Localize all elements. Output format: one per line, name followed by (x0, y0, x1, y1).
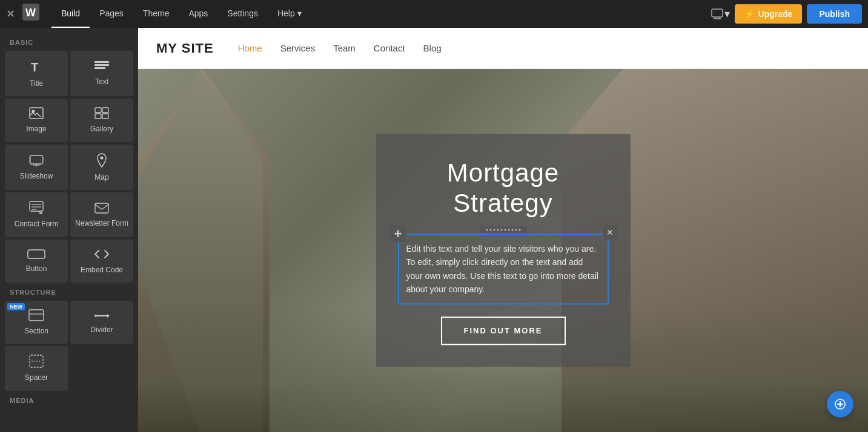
svg-rect-17 (29, 157, 31, 163)
nav-theme[interactable]: Theme (133, 0, 179, 28)
sidebar-structure-grid: NEW Section Divide (5, 301, 133, 391)
contact-form-icon (29, 201, 44, 216)
sidebar-item-button-label: Button (26, 264, 47, 273)
svg-text:W: W (25, 7, 36, 19)
site-nav-services[interactable]: Services (280, 43, 316, 53)
svg-rect-27 (95, 203, 108, 213)
top-navigation: ✕ W Build Pages Theme Apps Settings Help… (0, 0, 868, 28)
canvas: MY SITE Home Services Team Contact Blog (138, 28, 868, 432)
nav-settings[interactable]: Settings (217, 0, 268, 28)
site-nav-links: Home Services Team Contact Blog (238, 43, 442, 53)
site-nav-blog[interactable]: Blog (423, 43, 442, 53)
svg-rect-7 (94, 61, 109, 63)
svg-rect-13 (102, 108, 108, 113)
sidebar-item-title[interactable]: T Title (5, 51, 68, 96)
site-navigation: MY SITE Home Services Team Contact Blog (138, 28, 868, 69)
divider-icon (94, 310, 110, 322)
hero-title: Mortgage Strategy (398, 158, 609, 219)
spacer-icon (29, 355, 44, 370)
sidebar-item-image[interactable]: Image (5, 99, 68, 142)
svg-point-20 (36, 164, 38, 166)
hero-text-content[interactable]: Edit this text and tell your site visito… (406, 242, 600, 296)
svg-point-19 (33, 164, 35, 166)
text-icon (94, 61, 109, 74)
sidebar-section-media: MEDIA (5, 393, 133, 409)
sidebar-item-spacer-label: Spacer (25, 373, 48, 382)
lightning-icon: ⚡ (744, 9, 755, 19)
sidebar-item-newsletter-form-label: Newsletter Form (75, 219, 128, 227)
site-nav-contact[interactable]: Contact (374, 43, 405, 53)
move-handle[interactable] (389, 225, 406, 242)
sidebar-item-map-label: Map (94, 173, 108, 182)
sidebar: BASIC T Title (0, 28, 138, 432)
sidebar-item-embed-code-label: Embed Code (81, 266, 123, 274)
sidebar-item-spacer[interactable]: Spacer (5, 346, 68, 390)
sidebar-item-contact-form-label: Contact Form (15, 220, 59, 228)
svg-point-22 (101, 156, 104, 159)
sidebar-item-section[interactable]: NEW Section (5, 301, 68, 344)
close-handle[interactable]: ✕ (603, 225, 617, 240)
svg-rect-18 (42, 157, 44, 163)
upgrade-button[interactable]: ⚡ Upgrade (735, 4, 803, 24)
site-nav-home[interactable]: Home (238, 43, 262, 53)
sidebar-item-button[interactable]: Button (5, 240, 68, 283)
content-box: Mortgage Strategy (376, 134, 631, 367)
cta-button[interactable]: FIND OUT MORE (441, 317, 566, 345)
nav-build[interactable]: Build (51, 0, 90, 28)
hero-section: Mortgage Strategy (138, 69, 868, 432)
sidebar-item-image-label: Image (26, 125, 46, 133)
title-icon: T (29, 59, 44, 76)
site-preview: MY SITE Home Services Team Contact Blog (138, 28, 868, 432)
svg-point-21 (38, 164, 40, 166)
site-logo: MY SITE (156, 41, 214, 56)
new-badge: NEW (7, 303, 25, 310)
svg-rect-12 (95, 108, 101, 113)
nav-apps[interactable]: Apps (179, 0, 217, 28)
svg-rect-15 (102, 114, 108, 119)
svg-rect-8 (94, 64, 109, 66)
sidebar-item-section-label: Section (24, 327, 48, 335)
svg-rect-23 (30, 201, 43, 211)
top-right-actions: ▾ ⚡ Upgrade Publish (711, 4, 862, 24)
fab-button[interactable] (827, 391, 853, 417)
sidebar-item-gallery[interactable]: Gallery (70, 99, 133, 142)
device-preview-icon[interactable]: ▾ (711, 7, 730, 21)
sidebar-item-embed-code[interactable]: Embed Code (70, 240, 133, 283)
svg-rect-9 (94, 67, 105, 69)
newsletter-form-icon (94, 201, 109, 215)
sidebar-item-slideshow-label: Slideshow (20, 172, 53, 180)
publish-button[interactable]: Publish (807, 4, 862, 24)
section-icon (28, 309, 44, 323)
drag-handle[interactable] (480, 226, 526, 233)
sidebar-item-contact-form[interactable]: Contact Form (5, 192, 68, 237)
nav-help[interactable]: Help ▾ (268, 0, 311, 28)
main-layout: BASIC T Title (0, 28, 868, 432)
builder-nav: Build Pages Theme Apps Settings Help ▾ (51, 0, 711, 28)
map-icon (96, 153, 108, 169)
sidebar-item-newsletter-form[interactable]: Newsletter Form (70, 192, 133, 237)
svg-rect-28 (28, 250, 45, 258)
gallery-icon (94, 107, 109, 121)
sidebar-item-text-label: Text (95, 77, 108, 86)
drag-dots (486, 229, 520, 231)
sidebar-item-slideshow[interactable]: Slideshow (5, 145, 68, 190)
sidebar-item-gallery-label: Gallery (90, 125, 113, 133)
image-icon (29, 107, 44, 121)
svg-rect-29 (29, 310, 44, 321)
sidebar-item-map[interactable]: Map (70, 145, 133, 190)
text-element[interactable]: ✕ Edit this text and tell your site visi… (398, 234, 609, 305)
svg-text:T: T (31, 61, 38, 74)
sidebar-item-text[interactable]: Text (70, 51, 133, 96)
site-nav-team[interactable]: Team (333, 43, 356, 53)
embed-code-icon (94, 248, 110, 262)
hero-content: Mortgage Strategy (376, 134, 631, 367)
sidebar-item-divider-label: Divider (90, 326, 113, 334)
weebly-logo: W (22, 4, 39, 24)
svg-marker-32 (94, 314, 96, 318)
sidebar-item-divider[interactable]: Divider (70, 301, 133, 344)
button-icon (27, 249, 45, 261)
svg-rect-14 (95, 114, 101, 119)
nav-pages[interactable]: Pages (90, 0, 133, 28)
close-button[interactable]: ✕ (6, 7, 15, 21)
sidebar-item-title-label: Title (30, 79, 43, 88)
